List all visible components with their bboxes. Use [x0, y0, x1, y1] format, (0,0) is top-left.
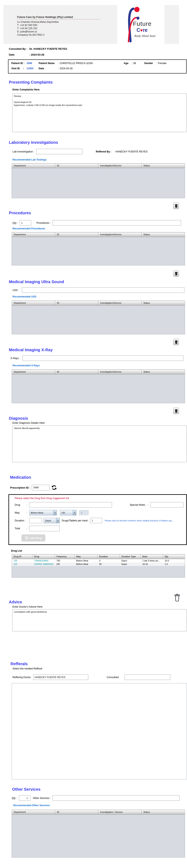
- lab-col-department[interactable]: Department: [12, 163, 55, 168]
- drug-table-row[interactable]: 229 FERRIC AMMONIU OD Before Meal 20 Day…: [12, 562, 185, 566]
- lab-col-id[interactable]: ID: [55, 163, 98, 168]
- total-input[interactable]: [29, 526, 60, 531]
- lab-investigation-input[interactable]: [36, 149, 82, 154]
- uss-col-service[interactable]: Investigation/Service: [98, 301, 142, 305]
- xray-label: X-Rays :: [10, 357, 20, 360]
- uss-input[interactable]: [22, 287, 184, 293]
- xray-col-id[interactable]: ID: [55, 370, 98, 374]
- recommended-procedures-link[interactable]: Recommended Procedures: [12, 227, 45, 230]
- refferal-list-box[interactable]: [12, 683, 187, 779]
- lab-actions: c: [0, 203, 185, 209]
- per-meal-input[interactable]: [90, 518, 102, 523]
- drug-col-drug[interactable]: Drug: [33, 554, 55, 559]
- drug-duration-type-cell: Day/s: [120, 559, 141, 562]
- section-title-ultrasound: Medical Imaging Ultra Sound: [9, 280, 187, 284]
- reffering-doctor-input[interactable]: [33, 675, 88, 680]
- advice-delete-button[interactable]: [174, 594, 181, 602]
- other-services-label: Other Services :: [33, 797, 51, 800]
- reffered-by-label: Reffered By :: [96, 150, 111, 153]
- procedures-label: Procedures :: [36, 221, 51, 224]
- visit-id-label: Visit ID: [11, 67, 23, 70]
- drug-way-cell: Before Meal: [75, 562, 98, 566]
- heart-icon: ♥: [140, 28, 143, 33]
- per-meal-label: Drugs/Tablets per meal :: [62, 519, 89, 522]
- drug-col-id[interactable]: Drug ID: [12, 554, 33, 559]
- consultant-input[interactable]: [124, 675, 170, 680]
- other-qty-input[interactable]: [19, 795, 30, 801]
- other-col-id[interactable]: ID: [55, 810, 98, 814]
- patient-age-label: Age: [124, 62, 132, 65]
- drug-label: Drug: [15, 503, 26, 506]
- xray-col-service[interactable]: Investigation/Service: [98, 370, 142, 374]
- other-services-input[interactable]: [52, 795, 180, 801]
- svg-text:c: c: [176, 205, 177, 207]
- drug-col-duration[interactable]: Duration: [98, 554, 120, 559]
- chevron-down-icon: ▼: [73, 510, 76, 515]
- patient-name-value: : CHRISTELLE PRISCA LEON: [58, 62, 124, 65]
- drug-col-frequency[interactable]: Fequency: [55, 554, 75, 559]
- frequency-select[interactable]: OD ▼: [60, 510, 76, 515]
- refferals-sublabel: Select the needed Refferal: [12, 667, 187, 670]
- uss-field-row: USS :: [12, 287, 187, 293]
- other-services-table-header: Department ID Investigation / Service St…: [12, 810, 185, 815]
- other-col-department[interactable]: Department: [12, 810, 55, 814]
- svg-text:c: c: [176, 273, 177, 275]
- special-notes-input[interactable]: [150, 502, 183, 507]
- procedures-actions: c: [0, 270, 185, 277]
- procedures-input[interactable]: [53, 220, 181, 225]
- lab-delete-button[interactable]: c: [173, 203, 179, 209]
- uss-col-status[interactable]: Status: [142, 301, 185, 305]
- add-drug-button[interactable]: + Add Drug: [22, 534, 45, 541]
- xray-delete-button[interactable]: c: [173, 408, 179, 414]
- uss-delete-button[interactable]: c: [173, 339, 179, 345]
- lab-field-row: Lab Investingation : Reffered By : HANEC…: [12, 149, 187, 154]
- advice-textarea[interactable]: consultation with gynecobstetricia: [12, 609, 187, 631]
- duration-input[interactable]: [29, 518, 42, 523]
- drug-col-duration-type[interactable]: Duration Type: [120, 554, 141, 559]
- fraction-note: Please add as decimal numbers when addin…: [105, 519, 186, 522]
- plus-icon: +: [25, 536, 28, 539]
- trash-icon: c: [175, 204, 178, 208]
- xray-input[interactable]: [23, 355, 183, 361]
- logo-care-re: re: [143, 27, 148, 33]
- way-select[interactable]: Before Meal ▼: [29, 510, 57, 515]
- procedures-col-status[interactable]: Status: [142, 232, 185, 237]
- drug-input[interactable]: [29, 502, 112, 507]
- drug-col-qty[interactable]: Qty: [163, 554, 185, 559]
- procedures-delete-button[interactable]: c: [173, 270, 179, 277]
- lab-col-service[interactable]: Investigation/Service: [98, 163, 142, 168]
- procedures-table: Department ID Investigation/Service Stat…: [12, 232, 185, 266]
- drug-table-row[interactable]: 135 TRANEXAMIC TID Before Meal 3 Day/s 1…: [12, 559, 185, 562]
- consult-date-label: Date: [9, 53, 29, 56]
- chevron-down-icon: ▼: [53, 510, 57, 515]
- duration-type-select[interactable]: Day/s ▼: [44, 518, 60, 523]
- section-title-procedures: Procedures: [9, 211, 187, 215]
- procedures-col-id[interactable]: ID: [55, 232, 98, 237]
- prescription-id-input[interactable]: [32, 485, 49, 490]
- consulted-by-row: Consulted By : Dr. HANECKY FUENTE REYES: [9, 47, 187, 50]
- xray-col-status[interactable]: Status: [142, 370, 185, 374]
- trash-icon: c: [175, 272, 178, 276]
- drug-col-way[interactable]: Way: [75, 554, 98, 559]
- complaints-textarea[interactable]: Review Gynecological US hypoechoic, nodu…: [12, 93, 187, 132]
- uss-col-id[interactable]: ID: [55, 301, 98, 305]
- procedures-col-service[interactable]: Investigation/Service: [98, 232, 142, 237]
- other-col-service[interactable]: Investigation / Service: [98, 810, 142, 814]
- recommended-lab-testings-link[interactable]: Recommended Lab Testings: [12, 158, 46, 161]
- recommended-uss-link[interactable]: Recommended USS: [12, 295, 36, 298]
- diagnosis-textarea[interactable]: Uterine fibroid apparently: [12, 426, 187, 462]
- uss-col-department[interactable]: Department: [12, 301, 55, 305]
- other-col-status[interactable]: Status: [142, 810, 185, 814]
- procedures-qty-input[interactable]: [20, 220, 31, 225]
- other-services-table: Department ID Investigation / Service St…: [12, 810, 185, 858]
- xray-col-department[interactable]: Department: [12, 370, 55, 374]
- lab-col-status[interactable]: Status: [142, 163, 185, 168]
- patient-info-box: Patient ID : 3566 Patient Name : CHRISTE…: [8, 59, 187, 73]
- recommended-xrays-link[interactable]: Recommended X-Rays: [12, 364, 40, 367]
- refresh-icon[interactable]: [51, 485, 57, 491]
- procedures-table-header: Department ID Investigation/Service Stat…: [12, 232, 185, 237]
- drug-col-note[interactable]: Note: [141, 554, 163, 559]
- company-phone-2: T: +24 84 225 252: [17, 27, 102, 30]
- procedures-col-department[interactable]: Department: [12, 232, 55, 237]
- recommended-other-services-link[interactable]: Recommended Other Services: [13, 804, 50, 807]
